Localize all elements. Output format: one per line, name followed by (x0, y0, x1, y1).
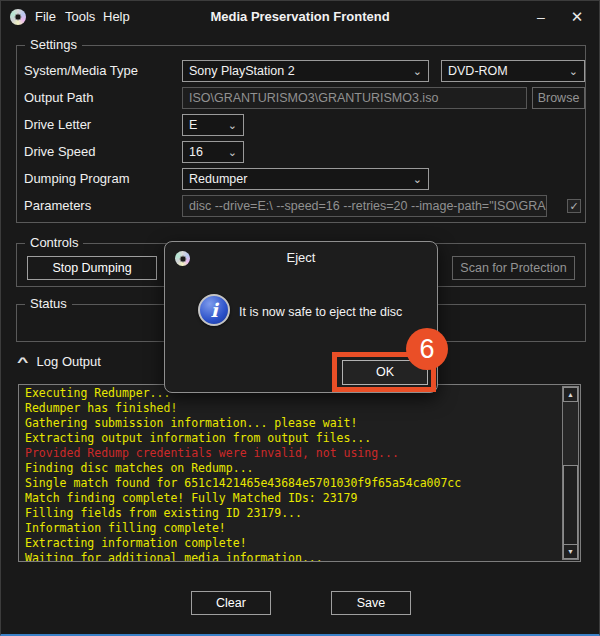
drive-letter-label: Drive Letter (24, 114, 91, 136)
log-lines: Executing Redumper...Redumper has finish… (25, 386, 560, 562)
scrollbar-thumb[interactable] (563, 465, 578, 547)
row-dumping-program: Dumping Program Redumper ⌄ (17, 168, 585, 190)
drive-letter-value: E (183, 118, 228, 132)
log-line: Extracting information complete! (25, 536, 560, 551)
output-path-field[interactable]: ISO\GRANTURISMO3\GRANTURISMO3.iso (182, 87, 527, 109)
settings-legend: Settings (25, 37, 82, 52)
log-output-label: Log Output (37, 354, 101, 369)
browse-button[interactable]: Browse (532, 87, 585, 109)
log-output-box[interactable]: Executing Redumper...Redumper has finish… (18, 384, 581, 562)
save-button[interactable]: Save (331, 591, 411, 615)
system-media-type-label: System/Media Type (24, 60, 138, 82)
dumping-program-value: Redumper (183, 172, 413, 186)
output-path-label: Output Path (24, 87, 93, 109)
log-line: Waiting for additional media information… (25, 551, 560, 562)
log-line: Gathering submission information... plea… (25, 416, 560, 431)
collapse-chevron-icon[interactable]: ^ (17, 354, 28, 369)
stop-dumping-button[interactable]: Stop Dumping (27, 256, 157, 280)
drive-letter-select[interactable]: E ⌄ (182, 114, 244, 136)
app-window: File Tools Help Media Preservation Front… (0, 0, 600, 636)
log-line: Finding disc matches on Redump... (25, 461, 560, 476)
scan-for-protection-button[interactable]: Scan for Protection (452, 256, 575, 280)
system-type-select[interactable]: Sony PlayStation 2 ⌄ (182, 60, 429, 82)
annotation-step-badge: 6 (406, 328, 448, 370)
chevron-down-icon: ⌄ (228, 141, 243, 163)
scroll-up-icon[interactable]: ▲ (563, 387, 578, 402)
clear-button[interactable]: Clear (191, 591, 271, 615)
chevron-down-icon: ⌄ (569, 60, 584, 82)
media-type-select[interactable]: DVD-ROM ⌄ (441, 60, 585, 82)
row-parameters: Parameters disc --drive=E:\ --speed=16 -… (17, 195, 585, 217)
row-output-path: Output Path ISO\GRANTURISMO3\GRANTURISMO… (17, 87, 585, 109)
info-icon: i (198, 294, 230, 326)
log-line: Match finding complete! Fully Matched ID… (25, 491, 560, 506)
dumping-program-label: Dumping Program (24, 168, 130, 190)
log-scrollbar[interactable]: ▲ ▼ (562, 386, 579, 560)
media-type-value: DVD-ROM (442, 64, 569, 78)
title-bar: File Tools Help Media Preservation Front… (1, 1, 599, 33)
chevron-down-icon: ⌄ (413, 60, 428, 82)
window-title: Media Preservation Frontend (1, 1, 599, 33)
parameters-field[interactable]: disc --drive=E:\ --speed=16 --retries=20… (182, 195, 547, 217)
dumping-program-select[interactable]: Redumper ⌄ (182, 168, 429, 190)
log-line: Provided Redump credentials were invalid… (25, 446, 560, 461)
settings-group: Settings System/Media Type Sony PlayStat… (16, 45, 586, 223)
drive-speed-label: Drive Speed (24, 141, 96, 163)
log-line: Single match found for 651c1421465e43684… (25, 476, 560, 491)
chevron-down-icon: ⌄ (413, 168, 428, 190)
minimize-icon[interactable]: – (525, 1, 557, 33)
system-type-value: Sony PlayStation 2 (183, 64, 413, 78)
row-drive-letter: Drive Letter E ⌄ (17, 114, 585, 136)
log-line: Redumper has finished! (25, 401, 560, 416)
close-icon[interactable]: ✕ (561, 1, 593, 33)
status-legend: Status (25, 296, 72, 311)
dialog-message: It is now safe to eject the disc (239, 305, 402, 319)
log-output-header[interactable]: ^Log Output (19, 354, 101, 372)
controls-legend: Controls (25, 235, 83, 250)
log-line: Information filling complete! (25, 521, 560, 536)
scroll-down-icon[interactable]: ▼ (563, 544, 578, 559)
log-line: Filling fields from existing ID 23179... (25, 506, 560, 521)
chevron-down-icon: ⌄ (228, 114, 243, 136)
drive-speed-value: 16 (183, 145, 228, 159)
dialog-title: Eject (165, 250, 437, 265)
row-system-media-type: System/Media Type Sony PlayStation 2 ⌄ D… (17, 60, 585, 82)
drive-speed-select[interactable]: 16 ⌄ (182, 141, 244, 163)
log-line: Extracting output information from outpu… (25, 431, 560, 446)
parameters-checkbox[interactable]: ✓ (567, 199, 581, 213)
parameters-label: Parameters (24, 195, 91, 217)
row-drive-speed: Drive Speed 16 ⌄ (17, 141, 585, 163)
